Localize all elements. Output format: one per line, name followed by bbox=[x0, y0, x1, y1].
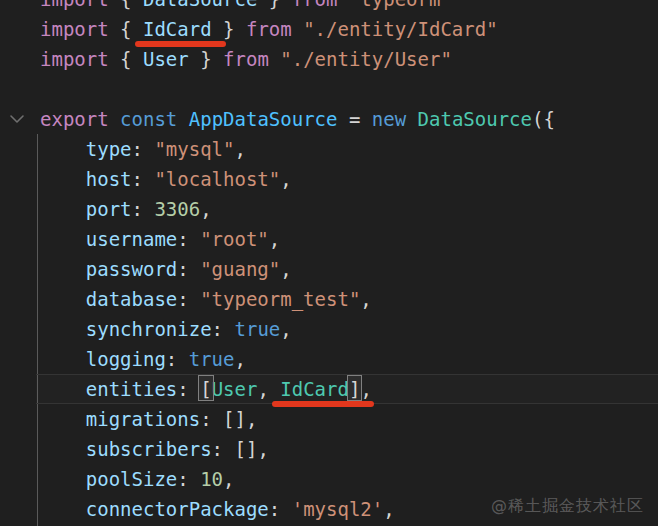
code-token: 3306 bbox=[154, 198, 200, 220]
code-token: subscribers bbox=[86, 438, 212, 460]
code-token: , bbox=[235, 138, 246, 160]
code-line[interactable]: import { IdCard } from "./entity/IdCard" bbox=[0, 14, 658, 44]
code-token: port bbox=[86, 198, 132, 220]
code-token: [], bbox=[223, 408, 257, 430]
code-token: "typeorm" bbox=[349, 0, 452, 10]
code-line[interactable]: export const AppDataSource = new DataSou… bbox=[0, 104, 658, 134]
code-token: User bbox=[212, 378, 258, 400]
code-token bbox=[40, 138, 86, 160]
code-token: import bbox=[40, 48, 109, 70]
code-line[interactable]: synchronize: true, bbox=[0, 314, 658, 344]
code-lines: import { DataSource } from "typeorm"impo… bbox=[0, 0, 658, 524]
code-token bbox=[40, 318, 86, 340]
code-token bbox=[109, 108, 120, 130]
code-token bbox=[40, 348, 86, 370]
code-line[interactable]: username: "root", bbox=[0, 224, 658, 254]
code-token: "typeorm_test" bbox=[200, 288, 360, 310]
code-line-current[interactable]: entities: [User, IdCard], bbox=[36, 374, 658, 404]
code-token bbox=[40, 498, 86, 520]
code-token: ({ bbox=[532, 108, 555, 130]
code-token: "root" bbox=[200, 228, 269, 250]
code-token: DataSource bbox=[143, 0, 257, 10]
code-token: : bbox=[177, 378, 200, 400]
code-token: { bbox=[109, 48, 143, 70]
code-token: : bbox=[177, 468, 200, 490]
code-token: : bbox=[269, 498, 292, 520]
code-token: , bbox=[223, 468, 234, 490]
code-token bbox=[269, 48, 280, 70]
code-token: entities bbox=[86, 378, 178, 400]
code-token: : bbox=[166, 348, 189, 370]
code-token: "localhost" bbox=[154, 168, 280, 190]
code-token: = bbox=[337, 108, 371, 130]
code-token: , bbox=[269, 228, 280, 250]
code-token: DataSource bbox=[418, 108, 532, 130]
code-token: poolSize bbox=[86, 468, 178, 490]
code-token: username bbox=[86, 228, 178, 250]
code-token bbox=[337, 0, 348, 10]
code-editor[interactable]: import { DataSource } from "typeorm"impo… bbox=[0, 0, 658, 526]
code-line[interactable]: password: "guang", bbox=[0, 254, 658, 284]
code-line[interactable]: logging: true, bbox=[0, 344, 658, 374]
code-token: : bbox=[212, 318, 235, 340]
code-token: : bbox=[132, 198, 155, 220]
code-token: migrations bbox=[86, 408, 200, 430]
code-token: database bbox=[86, 288, 178, 310]
code-token: from bbox=[246, 18, 292, 40]
code-token bbox=[40, 408, 86, 430]
code-token: , bbox=[280, 318, 291, 340]
code-token bbox=[40, 228, 86, 250]
code-token bbox=[40, 468, 86, 490]
code-token: , bbox=[235, 348, 246, 370]
code-token: connectorPackage bbox=[86, 498, 269, 520]
code-line[interactable]: import { DataSource } from "typeorm" bbox=[0, 0, 658, 14]
code-token bbox=[40, 258, 86, 280]
code-token: : bbox=[177, 228, 200, 250]
code-line[interactable]: database: "typeorm_test", bbox=[0, 284, 658, 314]
red-underlined-token: IdCard bbox=[143, 18, 212, 40]
code-token bbox=[40, 198, 86, 220]
code-token: : bbox=[177, 288, 200, 310]
code-token: [], bbox=[235, 438, 269, 460]
code-token bbox=[40, 168, 86, 190]
code-token: , bbox=[383, 498, 394, 520]
code-token: : bbox=[177, 258, 200, 280]
code-line[interactable]: poolSize: 10, bbox=[0, 464, 658, 494]
code-line[interactable]: host: "localhost", bbox=[0, 164, 658, 194]
code-token: "./entity/IdCard" bbox=[303, 18, 497, 40]
code-token: } bbox=[257, 0, 291, 10]
code-token: logging bbox=[86, 348, 166, 370]
code-token bbox=[40, 378, 86, 400]
code-token: new bbox=[372, 108, 406, 130]
code-token: synchronize bbox=[86, 318, 212, 340]
code-token: , bbox=[360, 288, 371, 310]
code-token: true bbox=[189, 348, 235, 370]
code-token bbox=[406, 108, 417, 130]
code-token: : bbox=[132, 138, 155, 160]
code-token: true bbox=[235, 318, 281, 340]
code-token: 10 bbox=[200, 468, 223, 490]
code-line[interactable] bbox=[0, 74, 658, 104]
code-token: from bbox=[223, 48, 269, 70]
code-token: 'mysql2' bbox=[292, 498, 384, 520]
code-line[interactable]: subscribers: [], bbox=[0, 434, 658, 464]
code-line[interactable]: import { User } from "./entity/User" bbox=[0, 44, 658, 74]
code-token bbox=[40, 288, 86, 310]
code-line[interactable]: migrations: [], bbox=[0, 404, 658, 434]
code-token: export bbox=[40, 108, 109, 130]
code-token: { bbox=[109, 18, 143, 40]
matched-bracket: [ bbox=[200, 378, 211, 400]
code-token: host bbox=[86, 168, 132, 190]
code-token bbox=[177, 108, 188, 130]
code-token: : bbox=[200, 408, 223, 430]
code-token: , bbox=[200, 198, 211, 220]
code-token: , bbox=[280, 258, 291, 280]
code-token: type bbox=[86, 138, 132, 160]
code-token: } bbox=[212, 18, 246, 40]
code-token: from bbox=[292, 0, 338, 10]
code-token: , bbox=[257, 378, 280, 400]
code-line[interactable]: port: 3306, bbox=[0, 194, 658, 224]
code-line[interactable]: type: "mysql", bbox=[0, 134, 658, 164]
code-token: AppDataSource bbox=[189, 108, 338, 130]
code-token: password bbox=[86, 258, 178, 280]
